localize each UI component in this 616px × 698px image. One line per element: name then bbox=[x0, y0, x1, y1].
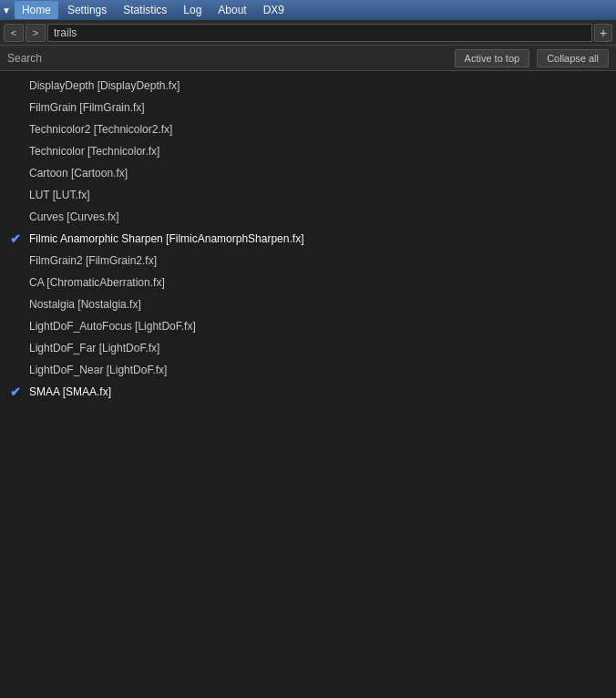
effect-name: DisplayDepth [DisplayDepth.fx] bbox=[29, 79, 180, 92]
menu-statistics[interactable]: Statistics bbox=[116, 1, 174, 19]
toolbar: < > + bbox=[0, 20, 616, 46]
effect-row[interactable]: FilmGrain [FilmGrain.fx] bbox=[0, 97, 616, 118]
checkmark-icon: ✔ bbox=[10, 231, 21, 246]
effect-name: Technicolor2 [Technicolor2.fx] bbox=[29, 123, 172, 136]
forward-button[interactable]: > bbox=[26, 24, 46, 42]
effect-row[interactable]: Cartoon [Cartoon.fx] bbox=[0, 162, 616, 184]
effect-name: LightDoF_AutoFocus [LightDoF.fx] bbox=[29, 320, 196, 333]
menu-dx9[interactable]: DX9 bbox=[256, 1, 292, 19]
effect-row[interactable]: LUT [LUT.fx] bbox=[0, 184, 616, 206]
effect-row[interactable]: CA [ChromaticAberration.fx] bbox=[0, 272, 616, 293]
menu-arrow: ▼ bbox=[2, 5, 11, 15]
effect-name: FilmGrain2 [FilmGrain2.fx] bbox=[29, 254, 157, 267]
effect-name: LUT [LUT.fx] bbox=[29, 189, 89, 201]
effect-row[interactable]: ✔Filmic Anamorphic Sharpen [FilmicAnamor… bbox=[0, 228, 616, 250]
check-area bbox=[7, 362, 24, 378]
add-button[interactable]: + bbox=[594, 24, 612, 42]
check-area bbox=[7, 121, 24, 138]
check-area: ✔ bbox=[7, 231, 24, 247]
check-area bbox=[7, 340, 24, 356]
effect-name: Filmic Anamorphic Sharpen [FilmicAnamorp… bbox=[29, 232, 303, 245]
effect-row[interactable]: ✔SMAA [SMAA.fx] bbox=[0, 381, 616, 403]
check-area: ✔ bbox=[7, 384, 24, 400]
effect-name: Cartoon [Cartoon.fx] bbox=[29, 167, 128, 180]
effect-list: DisplayDepth [DisplayDepth.fx]FilmGrain … bbox=[0, 71, 616, 698]
effect-name: Technicolor [Technicolor.fx] bbox=[29, 145, 159, 158]
active-top-button[interactable]: Active to top bbox=[455, 49, 530, 67]
check-area bbox=[7, 99, 24, 116]
effect-name: CA [ChromaticAberration.fx] bbox=[29, 276, 165, 289]
check-area bbox=[7, 165, 24, 181]
effect-row[interactable]: LightDoF_AutoFocus [LightDoF.fx] bbox=[0, 315, 616, 337]
check-area bbox=[7, 77, 24, 94]
collapse-all-button[interactable]: Collapse all bbox=[537, 49, 609, 67]
effect-row[interactable]: LightDoF_Far [LightDoF.fx] bbox=[0, 337, 616, 359]
effect-row[interactable]: Nostalgia [Nostalgia.fx] bbox=[0, 293, 616, 315]
effect-row[interactable]: Technicolor [Technicolor.fx] bbox=[0, 140, 616, 162]
check-area bbox=[7, 187, 24, 203]
effect-row[interactable]: FilmGrain2 [FilmGrain2.fx] bbox=[0, 250, 616, 272]
effect-name: LightDoF_Near [LightDoF.fx] bbox=[29, 364, 167, 376]
searchbar: Search Active to top Collapse all bbox=[0, 46, 616, 71]
check-area bbox=[7, 209, 24, 225]
menu-home[interactable]: Home bbox=[15, 1, 58, 19]
menu-settings[interactable]: Settings bbox=[60, 1, 114, 19]
effect-name: LightDoF_Far [LightDoF.fx] bbox=[29, 342, 159, 354]
checkmark-icon: ✔ bbox=[10, 385, 21, 399]
check-area bbox=[7, 252, 24, 269]
effect-row[interactable]: Technicolor2 [Technicolor2.fx] bbox=[0, 118, 616, 140]
effect-row[interactable]: LightDoF_Near [LightDoF.fx] bbox=[0, 359, 616, 381]
menubar: ▼ Home Settings Statistics Log About DX9 bbox=[0, 0, 616, 20]
breadcrumb-input[interactable] bbox=[47, 24, 592, 42]
effect-row[interactable]: Curves [Curves.fx] bbox=[0, 206, 616, 228]
search-label: Search bbox=[7, 52, 42, 65]
effect-row[interactable]: DisplayDepth [DisplayDepth.fx] bbox=[0, 75, 616, 97]
check-area bbox=[7, 143, 24, 159]
menu-about[interactable]: About bbox=[210, 1, 253, 19]
check-area bbox=[7, 318, 24, 334]
effect-name: Curves [Curves.fx] bbox=[29, 210, 119, 223]
menu-log[interactable]: Log bbox=[176, 1, 209, 19]
check-area bbox=[7, 296, 24, 313]
effect-name: Nostalgia [Nostalgia.fx] bbox=[29, 298, 141, 311]
back-button[interactable]: < bbox=[4, 24, 24, 42]
effect-name: SMAA [SMAA.fx] bbox=[29, 385, 111, 398]
check-area bbox=[7, 274, 24, 291]
effect-name: FilmGrain [FilmGrain.fx] bbox=[29, 101, 145, 114]
